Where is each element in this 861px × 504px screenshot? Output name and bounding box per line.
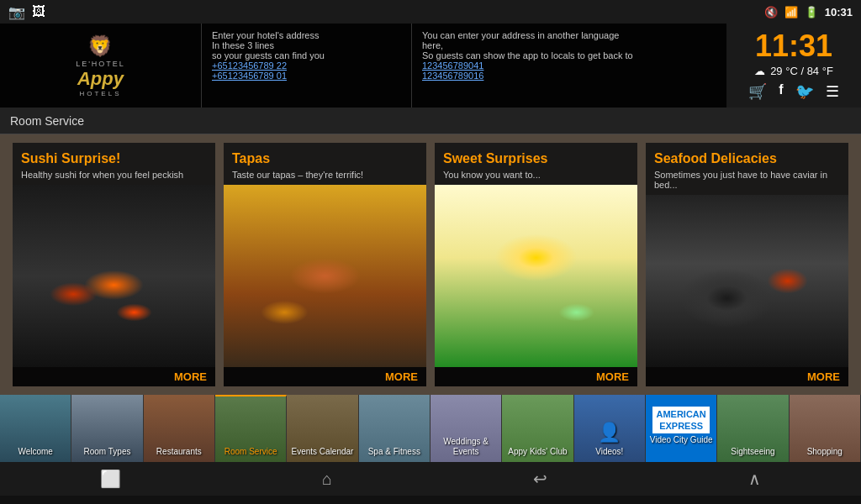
address-line1: Enter your hotel's address [212,30,401,40]
mute-icon: 🔇 [764,6,778,18]
weather-display: ☁ 29 °C / 84 °F [754,65,833,77]
twitter-icon[interactable]: 🐦 [795,82,814,101]
clock-display: 11:31 [755,31,832,61]
battery-icon: 🔋 [805,6,818,18]
address-line3: so your guests can find you [212,50,401,60]
screenshot-icon: 📷 [8,4,25,20]
card-tapas[interactable]: Tapas Taste our tapas – they're terrific… [224,143,426,386]
nav-label-roomservice: Room Service [223,445,279,459]
card-tapas-top: Tapas Taste our tapas – they're terrific… [224,143,426,185]
logo-top-text: LE'HOTEL [76,60,125,68]
nav-item-kids[interactable]: Appy Kids' Club [502,395,573,462]
nav-item-weddings[interactable]: Weddings & Events [430,395,502,462]
menu-icon[interactable]: ☰ [826,82,839,101]
image-icon: 🖼 [32,4,45,19]
up-button[interactable]: ∧ [723,464,786,494]
nav-bar: Room Service [0,108,861,134]
card-seafood-title: Seafood Delicacies [654,151,840,166]
weather-text: 29 °C / 84 °F [770,65,833,77]
back-button[interactable]: ↩ [508,464,573,494]
status-bar: 📷 🖼 🔇 📶 🔋 10:31 [0,0,861,24]
card-sweets-image [435,185,637,367]
nav-label-restaurants: Restaurants [155,445,203,459]
nav-label-videos: 👤 [596,420,622,445]
card-sweets-title: Sweet Surprises [443,151,629,166]
card-sushi-desc: Healthy sushi for when you feel peckish [21,170,207,180]
back-square-button[interactable]: ⬜ [75,464,146,494]
nav-item-shopping[interactable]: Shopping [790,395,861,462]
lion-icon: 🦁 [76,34,125,58]
card-tapas-image [224,185,426,367]
nav-label-sightseeing: Sightseeing [729,445,776,459]
cloud-icon: ☁ [754,65,765,77]
hotel-address: Enter your hotel's address In these 3 li… [202,24,412,108]
card-sweets-desc: You know you want to... [443,170,629,180]
main-content: Sushi Surprise! Healthy sushi for when y… [0,134,861,395]
bottom-nav: Welcome Room Types Restaurants Room Serv… [0,395,861,462]
header: 🦁 LE'HOTEL Appy HOTELS Enter your hotel'… [0,24,861,108]
card-tapas-desc: Taste our tapas – they're terrific! [232,170,418,180]
seafood-visual [646,195,848,367]
card-sushi-more[interactable]: MORE [13,367,215,386]
card-sushi[interactable]: Sushi Surprise! Healthy sushi for when y… [13,143,215,386]
nav-item-videos[interactable]: 👤 Videos! [574,395,646,462]
nav-item-roomservice[interactable]: Room Service [215,395,287,462]
nav-label-videos-text: Videos! [594,445,625,459]
alt-line2: here, [422,40,716,50]
alt-address: You can enter your address in another la… [412,24,726,108]
status-bar-left: 📷 🖼 [8,4,45,20]
amex-logo: AMERICAN EXPRESS [652,407,709,434]
alt-line1: You can enter your address in another la… [422,30,716,40]
nav-item-spa[interactable]: Spa & Fitness [359,395,430,462]
status-time: 10:31 [825,6,853,18]
status-bar-right: 🔇 📶 🔋 10:31 [764,6,853,18]
card-sushi-title: Sushi Surprise! [21,151,207,166]
alt-phone1-link[interactable]: 123456789041 [422,60,716,71]
logo-main-text: Appy [76,68,125,90]
card-sushi-image [13,185,215,367]
nav-item-restaurants[interactable]: Restaurants [144,395,215,462]
card-seafood-more[interactable]: MORE [646,367,848,386]
nav-label-welcome: Welcome [16,445,55,459]
nav-bar-label: Room Service [10,114,84,128]
nav-item-roomtypes[interactable]: Room Types [71,395,143,462]
nav-item-events[interactable]: Events Calendar [287,395,358,462]
card-seafood-image [646,195,848,367]
wifi-icon: 📶 [784,6,798,18]
phone1-link[interactable]: +65123456789 22 [212,60,401,71]
nav-label-shopping: Shopping [806,445,844,459]
card-sweets-more[interactable]: MORE [435,367,637,386]
alt-phone2-link[interactable]: 123456789016 [422,71,716,81]
cart-icon[interactable]: 🛒 [748,82,767,101]
right-panel: 11:31 ☁ 29 °C / 84 °F 🛒 f 🐦 ☰ [726,24,861,108]
nav-item-amex[interactable]: AMERICAN EXPRESS Video City Guide [646,395,717,462]
phone2-link[interactable]: +65123456789 01 [212,71,401,81]
card-tapas-more[interactable]: MORE [224,367,426,386]
logo-area: 🦁 LE'HOTEL Appy HOTELS [0,24,202,108]
alt-line3: So guests can show the app to locals to … [422,50,716,60]
card-seafood-desc: Sometimes you just have to have caviar i… [654,170,840,190]
nav-label-spa: Spa & Fitness [367,445,422,459]
card-sweets-top: Sweet Surprises You know you want to... [435,143,637,185]
nav-item-sightseeing[interactable]: Sightseeing [717,395,789,462]
social-icons: 🛒 f 🐦 ☰ [748,82,838,101]
home-button[interactable]: ⌂ [297,465,357,494]
nav-label-events: Events Calendar [290,445,356,459]
nav-label-roomtypes: Room Types [82,445,133,459]
system-bar: ⬜ ⌂ ↩ ∧ [0,462,861,496]
nav-label-amex: Video City Guide [648,433,715,447]
card-seafood[interactable]: Seafood Delicacies Sometimes you just ha… [646,143,848,386]
hotel-logo: 🦁 LE'HOTEL Appy HOTELS [76,34,125,97]
card-sweets[interactable]: Sweet Surprises You know you want to... … [435,143,637,386]
nav-label-kids: Appy Kids' Club [506,445,568,459]
card-sushi-top: Sushi Surprise! Healthy sushi for when y… [13,143,215,185]
nav-item-welcome[interactable]: Welcome [0,395,71,462]
facebook-icon[interactable]: f [779,82,783,101]
card-tapas-title: Tapas [232,151,418,166]
tapas-visual [224,185,426,367]
nav-label-weddings: Weddings & Events [430,435,501,459]
sushi-visual [13,185,215,367]
logo-bottom-text: HOTELS [76,90,125,97]
sweets-visual [435,185,637,367]
address-line2: In these 3 lines [212,40,401,50]
